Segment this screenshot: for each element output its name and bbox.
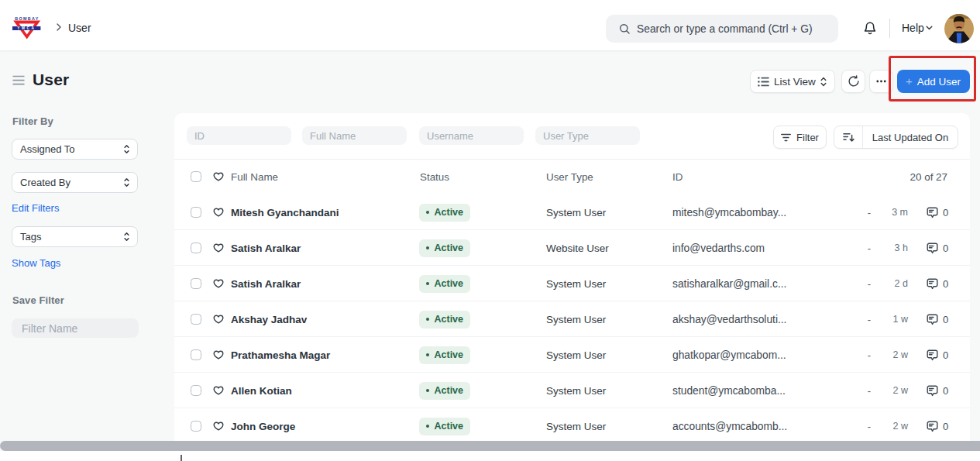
svg-text:BOMBAY: BOMBAY <box>15 16 39 21</box>
svg-text:YMCA: YMCA <box>17 26 36 30</box>
